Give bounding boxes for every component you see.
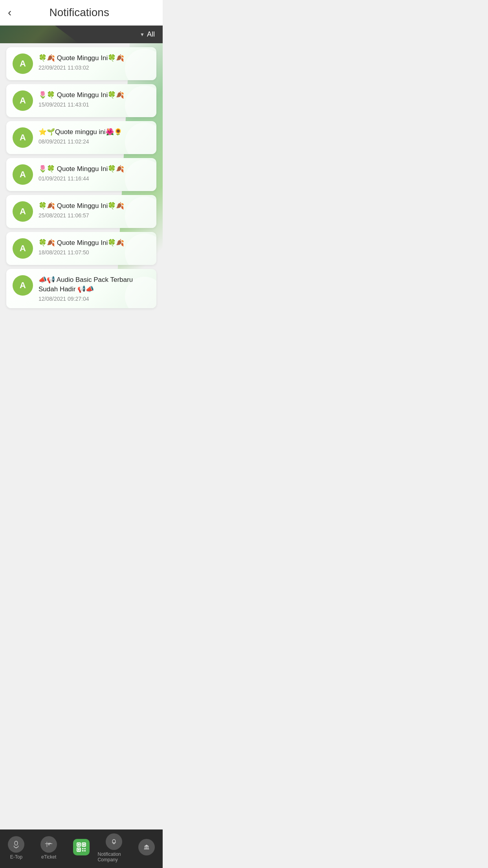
filter-arrow-icon: ▼ bbox=[140, 32, 145, 37]
notification-time: 15/09/2021 11:43:01 bbox=[39, 101, 150, 108]
page-title: Notifications bbox=[11, 6, 147, 19]
avatar: A bbox=[13, 127, 33, 148]
back-button[interactable]: ‹ bbox=[8, 6, 11, 19]
notification-title: 🍀🍂 Quote Minggu Ini🍀🍂 bbox=[39, 53, 150, 63]
notification-title: 🌷🍀 Quote Minggu Ini🍀🍂 bbox=[39, 90, 150, 100]
notification-card[interactable]: A 🍀🍂 Quote Minggu Ini🍀🍂 25/08/2021 11:06… bbox=[6, 195, 156, 228]
notification-card[interactable]: A 🍀🍂 Quote Minggu Ini🍀🍂 18/08/2021 11:07… bbox=[6, 232, 156, 265]
notification-time: 22/09/2021 11:03:02 bbox=[39, 64, 150, 71]
notification-card[interactable]: A ⭐🌱Quote minggu ini🌺🌻 08/09/2021 11:02:… bbox=[6, 121, 156, 154]
notification-content: ⭐🌱Quote minggu ini🌺🌻 08/09/2021 11:02:24 bbox=[39, 127, 150, 145]
filter-label: All bbox=[147, 30, 155, 39]
notification-content: 🌷🍀 Quote Minggu Ini🍀🍂 15/09/2021 11:43:0… bbox=[39, 90, 150, 108]
notification-title: 📣📢 Audio Basic Pack Terbaru Sudah Hadir … bbox=[39, 275, 150, 294]
avatar: A bbox=[13, 90, 33, 111]
notification-content: 🍀🍂 Quote Minggu Ini🍀🍂 18/08/2021 11:07:5… bbox=[39, 238, 150, 256]
notification-time: 25/08/2021 11:06:57 bbox=[39, 212, 150, 219]
notification-time: 08/09/2021 11:02:24 bbox=[39, 138, 150, 145]
avatar: A bbox=[13, 53, 33, 74]
notification-content: 📣📢 Audio Basic Pack Terbaru Sudah Hadir … bbox=[39, 275, 150, 302]
notification-content: 🍀🍂 Quote Minggu Ini🍀🍂 22/09/2021 11:03:0… bbox=[39, 53, 150, 71]
notification-title: ⭐🌱Quote minggu ini🌺🌻 bbox=[39, 127, 150, 137]
notification-card[interactable]: A 🍀🍂 Quote Minggu Ini🍀🍂 22/09/2021 11:03… bbox=[6, 47, 156, 80]
header: ‹ Notifications bbox=[0, 0, 163, 26]
filter-bar: ▼ All bbox=[0, 26, 163, 43]
notification-time: 01/09/2021 11:16:44 bbox=[39, 175, 150, 182]
notification-content: 🌷🍀 Quote Minggu Ini🍀🍂 01/09/2021 11:16:4… bbox=[39, 164, 150, 182]
notification-time: 18/08/2021 11:07:50 bbox=[39, 249, 150, 256]
notification-time: 12/08/2021 09:27:04 bbox=[39, 296, 150, 302]
notification-title: 🍀🍂 Quote Minggu Ini🍀🍂 bbox=[39, 201, 150, 211]
notification-title: 🍀🍂 Quote Minggu Ini🍀🍂 bbox=[39, 238, 150, 248]
avatar: A bbox=[13, 275, 33, 296]
notification-title: 🌷🍀 Quote Minggu Ini🍀🍂 bbox=[39, 164, 150, 174]
avatar: A bbox=[13, 164, 33, 185]
filter-dropdown[interactable]: ▼ All bbox=[140, 30, 155, 39]
notification-card[interactable]: A 📣📢 Audio Basic Pack Terbaru Sudah Hadi… bbox=[6, 269, 156, 308]
avatar: A bbox=[13, 201, 33, 222]
avatar: A bbox=[13, 238, 33, 259]
notifications-list: A 🍀🍂 Quote Minggu Ini🍀🍂 22/09/2021 11:03… bbox=[0, 43, 163, 312]
notification-card[interactable]: A 🌷🍀 Quote Minggu Ini🍀🍂 15/09/2021 11:43… bbox=[6, 84, 156, 117]
notification-card[interactable]: A 🌷🍀 Quote Minggu Ini🍀🍂 01/09/2021 11:16… bbox=[6, 158, 156, 191]
notification-content: 🍀🍂 Quote Minggu Ini🍀🍂 25/08/2021 11:06:5… bbox=[39, 201, 150, 219]
